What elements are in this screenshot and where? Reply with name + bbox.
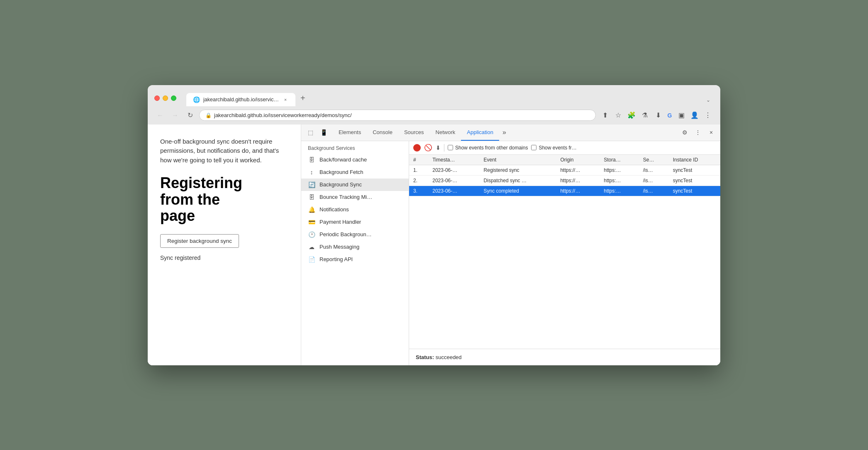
inspect-element-icon[interactable]: ⬚ — [305, 127, 316, 138]
show-domains-checkbox[interactable] — [448, 145, 453, 150]
heading-line2: from the — [160, 191, 220, 208]
more-tabs-button[interactable]: » — [499, 125, 510, 139]
forward-button[interactable]: → — [169, 110, 181, 121]
menu-icon[interactable]: ⋮ — [702, 110, 714, 121]
tab-close-button[interactable]: × — [282, 96, 289, 103]
minimize-window-button[interactable] — [163, 95, 168, 101]
events-table-container[interactable]: # Timestа… Event Origin Stora… Se… Insta… — [409, 155, 720, 349]
devtools-panel-content: Background Services 🗄 Back/forward cache… — [301, 141, 720, 365]
status-panel: Status: succeeded — [409, 349, 720, 365]
tab-network[interactable]: Network — [430, 125, 461, 141]
sidebar-item-push-messaging-label: Push Messaging — [319, 244, 359, 250]
payment-handler-icon: 💳 — [308, 219, 315, 225]
col-instance: Instance ID — [669, 155, 720, 165]
toolbar-divider — [444, 144, 444, 152]
sync-status-text: Sync registered — [160, 254, 288, 261]
col-se: Se… — [639, 155, 669, 165]
tab-application[interactable]: Application — [461, 125, 499, 141]
show-domains-label: Show events from other domains — [455, 145, 528, 151]
table-row[interactable]: 1.2023-06-…Registered synchttps://…https… — [409, 165, 720, 175]
col-timestamp: Timestа… — [428, 155, 479, 165]
cell-origin: https://… — [556, 165, 600, 175]
cell-se: /is… — [639, 175, 669, 186]
devtools-panel: ⬚ 📱 Elements Console Sources Network App… — [301, 125, 720, 365]
show-events-checkbox-label[interactable]: Show events fr… — [531, 145, 576, 151]
tab-bar: 🌐 jakearchibald.github.io/isservic… × + … — [186, 90, 714, 106]
sidebar-item-push-messaging[interactable]: ☁ Push Messaging — [301, 241, 409, 253]
table-row[interactable]: 2.2023-06-…Dispatched sync …https://…htt… — [409, 175, 720, 186]
sidebar-item-back-forward-cache[interactable]: 🗄 Back/forward cache — [301, 154, 409, 166]
sidebar-item-periodic-background[interactable]: 🕐 Periodic Backgroun… — [301, 228, 409, 241]
devtools-more-button[interactable]: ⋮ — [692, 127, 704, 138]
sidebar-item-background-sync-label: Background Sync — [319, 181, 362, 188]
col-num: # — [409, 155, 428, 165]
url-prefix: jakearchibald.github.io — [214, 112, 268, 118]
table-header-row: # Timestа… Event Origin Stora… Se… Insta… — [409, 155, 720, 165]
page-heading: Registering from the page — [160, 175, 288, 224]
cell-origin: https://… — [556, 175, 600, 186]
sidebar-item-reporting-api[interactable]: 📄 Reporting API — [301, 253, 409, 266]
sidebar-item-payment-handler-label: Payment Handler — [319, 219, 361, 225]
sidebar-item-bounce-tracking[interactable]: 🗄 Bounce Tracking Mi… — [301, 191, 409, 203]
cell-event: Sync completed — [480, 186, 556, 196]
cell-se: /is… — [639, 165, 669, 175]
table-row[interactable]: 3.2023-06-…Sync completedhttps://…https:… — [409, 186, 720, 196]
device-mode-icon[interactable]: 📱 — [318, 127, 329, 138]
cell-event: Dispatched sync … — [480, 175, 556, 186]
bookmark-icon[interactable]: ☆ — [612, 110, 624, 121]
devtools-close-button[interactable]: × — [705, 127, 717, 138]
traffic-lights — [154, 95, 176, 101]
sidebar-icon[interactable]: ▣ — [675, 110, 687, 121]
sidebar-item-bounce-tracking-label: Bounce Tracking Mi… — [319, 194, 372, 200]
notifications-icon: 🔔 — [308, 206, 315, 213]
profile-icon[interactable]: 👤 — [689, 110, 700, 121]
show-events-checkbox[interactable] — [531, 145, 536, 150]
google-icon[interactable]: G — [666, 111, 674, 120]
background-sync-icon: 🔄 — [308, 181, 315, 188]
devtools-settings-button[interactable]: ⚙ — [679, 127, 690, 138]
browser-window: 🌐 jakearchibald.github.io/isservic… × + … — [148, 85, 720, 365]
push-messaging-icon: ☁ — [308, 244, 315, 250]
tab-elements[interactable]: Elements — [333, 125, 367, 141]
tab-sources[interactable]: Sources — [398, 125, 430, 141]
sidebar-item-back-forward-label: Back/forward cache — [319, 157, 367, 163]
sidebar-item-payment-handler[interactable]: 💳 Payment Handler — [301, 216, 409, 228]
cell-event: Registered sync — [480, 165, 556, 175]
reload-button[interactable]: ↻ — [184, 110, 196, 121]
browser-tab[interactable]: 🌐 jakearchibald.github.io/isservic… × — [186, 93, 295, 106]
main-content: One-off background sync doesn't require … — [148, 125, 720, 365]
cell-timestamp: 2023-06-… — [428, 186, 479, 196]
cell-origin: https://… — [556, 186, 600, 196]
close-window-button[interactable] — [154, 95, 160, 101]
events-table: # Timestа… Event Origin Stora… Se… Insta… — [409, 155, 720, 196]
col-event: Event — [480, 155, 556, 165]
col-storage: Stora… — [600, 155, 639, 165]
address-bar: ← → ↻ 🔒 jakearchibald.github.io/isservic… — [148, 106, 720, 125]
record-button[interactable] — [413, 144, 421, 152]
tab-console[interactable]: Console — [367, 125, 398, 141]
tab-overflow-button[interactable]: ⌄ — [703, 94, 714, 106]
url-suffix: /isserviceworkerready/demos/sync/ — [268, 112, 351, 118]
share-icon[interactable]: ⬆ — [599, 110, 611, 121]
download-icon[interactable]: ⬇ — [652, 110, 664, 121]
devtools-main-toolbar: 🚫 ⬇ Show events from other domains Show … — [409, 141, 720, 155]
register-sync-button[interactable]: Register background sync — [160, 234, 239, 248]
sidebar-item-background-fetch[interactable]: ↕ Background Fetch — [301, 166, 409, 179]
heading-line1: Registering — [160, 174, 242, 191]
cell-storage: https:… — [600, 175, 639, 186]
download-button[interactable]: ⬇ — [436, 144, 441, 151]
cell-instance: syncTest — [669, 165, 720, 175]
back-button[interactable]: ← — [154, 110, 166, 121]
tab-title: jakearchibald.github.io/isservic… — [203, 97, 279, 103]
labs-icon[interactable]: ⚗ — [639, 110, 651, 121]
new-tab-button[interactable]: + — [295, 90, 310, 106]
clear-button[interactable]: 🚫 — [424, 144, 432, 152]
cell-timestamp: 2023-06-… — [428, 175, 479, 186]
maximize-window-button[interactable] — [171, 95, 176, 101]
sidebar-item-background-sync[interactable]: 🔄 Background Sync — [301, 179, 409, 191]
extensions-icon[interactable]: 🧩 — [626, 110, 637, 121]
show-domains-checkbox-label[interactable]: Show events from other domains — [448, 145, 528, 151]
cell-num: 2. — [409, 175, 428, 186]
address-input[interactable]: 🔒 jakearchibald.github.io/isserviceworke… — [199, 110, 596, 121]
sidebar-item-notifications[interactable]: 🔔 Notifications — [301, 203, 409, 216]
